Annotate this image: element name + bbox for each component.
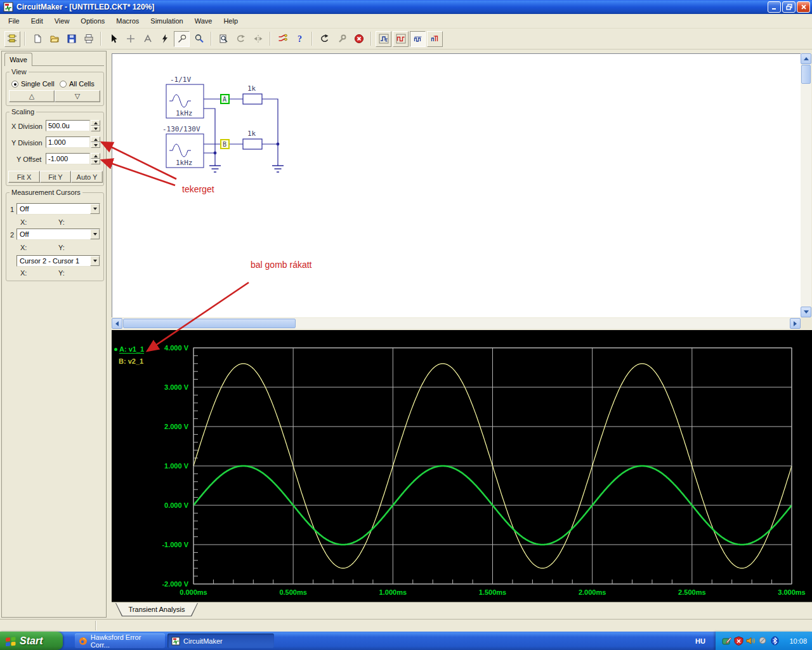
waveforms-window-button[interactable] — [410, 31, 426, 47]
cursor1-dropdown-icon[interactable] — [90, 204, 100, 214]
y-division-spin-up[interactable] — [91, 136, 100, 142]
probe-a[interactable]: A — [221, 95, 229, 103]
tray-clock[interactable]: 10:08 — [789, 637, 807, 645]
print-button[interactable] — [81, 31, 96, 47]
vscroll-down-button[interactable] — [801, 307, 811, 317]
cursor2-y-label: Y: — [58, 244, 65, 251]
cursor1-select[interactable]: Off — [16, 203, 100, 215]
menu-simulation[interactable]: Simulation — [145, 15, 188, 27]
muted-device-tray-icon[interactable] — [758, 636, 768, 646]
wire-tool-button[interactable] — [122, 31, 138, 47]
scope-probe-button[interactable] — [376, 31, 391, 47]
arrow-tool-button[interactable] — [105, 31, 121, 47]
resistor-b[interactable]: 1k — [243, 129, 262, 149]
task-button-circuitmaker[interactable]: CircuitMaker — [167, 633, 274, 648]
help-button[interactable]: ? — [292, 31, 308, 47]
help-icon: ? — [295, 34, 305, 44]
schematic-horizontal-scrollbar[interactable] — [112, 318, 801, 329]
parts-browser-button[interactable] — [4, 31, 20, 47]
delete-tool-button[interactable] — [157, 31, 173, 47]
y-division-input[interactable] — [46, 136, 90, 148]
fit-to-window-button[interactable] — [216, 31, 232, 47]
menu-file[interactable]: File — [3, 15, 25, 27]
menu-options[interactable]: Options — [75, 15, 110, 27]
menu-edit[interactable]: Edit — [25, 15, 49, 27]
stop-simulation-button[interactable] — [351, 31, 367, 47]
menu-help[interactable]: Help — [218, 15, 244, 27]
fit-y-button[interactable]: Fit Y — [40, 171, 71, 183]
signal-generator-b[interactable]: -130/130V 1kHz — [162, 125, 204, 168]
analyses-icon — [430, 34, 440, 44]
tablet-pen-tray-icon[interactable] — [722, 636, 731, 646]
zoom-tool-button[interactable] — [191, 31, 207, 47]
waveform-panel[interactable]: 4.000 V3.000 V2.000 V1.000 V0.000 V-1.00… — [112, 330, 812, 602]
cell-up-button[interactable]: △ — [9, 90, 55, 102]
y-offset-spin-down[interactable] — [91, 159, 100, 164]
mirror-button[interactable] — [250, 31, 266, 47]
x-division-spin-up[interactable] — [91, 120, 100, 126]
single-cell-radio[interactable]: Single Cell — [11, 77, 55, 89]
analyses-setup-button[interactable] — [427, 31, 443, 47]
new-file-button[interactable] — [29, 31, 45, 47]
text-tool-button[interactable] — [140, 31, 155, 47]
signal-generator-a[interactable]: -1/1V 1kHz — [166, 76, 204, 118]
volume-tray-icon[interactable] — [746, 636, 756, 646]
security-alert-tray-icon[interactable] — [734, 636, 743, 646]
schematic-vertical-scrollbar[interactable] — [801, 53, 811, 317]
status-bar — [0, 619, 812, 632]
schematic-canvas[interactable]: -1/1V 1kHz -130/130V 1kHz A B — [112, 53, 801, 317]
all-cells-radio-circle[interactable] — [60, 81, 67, 88]
hscroll-right-button[interactable] — [790, 318, 801, 329]
cell-down-button[interactable]: ▽ — [55, 90, 100, 102]
probe-b[interactable]: B — [221, 140, 229, 149]
menu-macros[interactable]: Macros — [110, 15, 145, 27]
analysis-tab-row: Transient Analysis — [112, 602, 812, 618]
hscroll-thumb[interactable] — [123, 319, 296, 328]
cursor1-x-label: X: — [20, 218, 27, 226]
cursor-diff-dropdown-icon[interactable] — [90, 256, 100, 266]
menu-wave[interactable]: Wave — [189, 15, 218, 27]
x-division-spin-down[interactable] — [91, 126, 100, 131]
cursor-diff-select[interactable]: Cursor 2 - Cursor 1 — [16, 255, 100, 267]
probe-tool-button[interactable] — [174, 31, 190, 47]
tab-wave[interactable]: Wave — [4, 53, 32, 66]
y-division-spin-down[interactable] — [91, 142, 100, 148]
y-offset-input[interactable] — [46, 153, 90, 164]
open-file-button[interactable] — [46, 31, 62, 47]
measurement-cursors-group: Measurement Cursors 1 Off X: Y: 2 Off X:… — [6, 192, 104, 281]
digital-display-button[interactable] — [393, 31, 409, 47]
language-indicator[interactable]: HU — [689, 632, 712, 650]
restore-button[interactable] — [782, 1, 796, 13]
cursor2-x-label: X: — [20, 244, 27, 251]
auto-y-button[interactable]: Auto Y — [71, 171, 103, 183]
cursor2-dropdown-icon[interactable] — [90, 229, 100, 239]
minimize-button[interactable] — [768, 1, 781, 13]
vscroll-up-button[interactable] — [801, 53, 811, 64]
x-division-input[interactable] — [46, 120, 90, 131]
app-icon — [3, 2, 13, 12]
y-offset-spin-up[interactable] — [91, 153, 100, 159]
circuitmaker-window: CircuitMaker - [UNTITLED.CKT* 120%] File… — [0, 0, 812, 650]
start-button[interactable]: Start — [0, 632, 63, 650]
transient-plot[interactable]: 4.000 V3.000 V2.000 V1.000 V0.000 V-1.00… — [112, 330, 812, 602]
all-cells-radio[interactable]: All Cells — [60, 77, 95, 89]
reset-button[interactable] — [317, 31, 332, 47]
save-file-button[interactable] — [63, 31, 79, 47]
windows-flag-icon — [5, 636, 16, 646]
resistor-a[interactable]: 1k — [243, 84, 262, 104]
bluetooth-tray-icon[interactable] — [770, 636, 780, 646]
close-button[interactable] — [797, 1, 810, 13]
single-cell-radio-circle[interactable] — [11, 81, 18, 88]
digital-switches-button[interactable] — [275, 31, 291, 47]
vscroll-thumb[interactable] — [801, 65, 811, 84]
task-button-hawksford[interactable]: Hawksford Error Corr... — [75, 633, 165, 648]
fit-x-button[interactable]: Fit X — [8, 171, 40, 183]
rotate-button[interactable] — [233, 31, 249, 47]
legend-item-a[interactable]: A: v1_1 — [114, 345, 144, 354]
legend-item-b[interactable]: B: v2_1 — [119, 357, 143, 365]
cursor2-select[interactable]: Off — [16, 229, 100, 240]
tab-transient-analysis[interactable]: Transient Analysis — [115, 603, 198, 616]
options-wrench-button[interactable] — [334, 31, 350, 47]
menu-view[interactable]: View — [49, 15, 75, 27]
hscroll-left-button[interactable] — [112, 318, 122, 329]
